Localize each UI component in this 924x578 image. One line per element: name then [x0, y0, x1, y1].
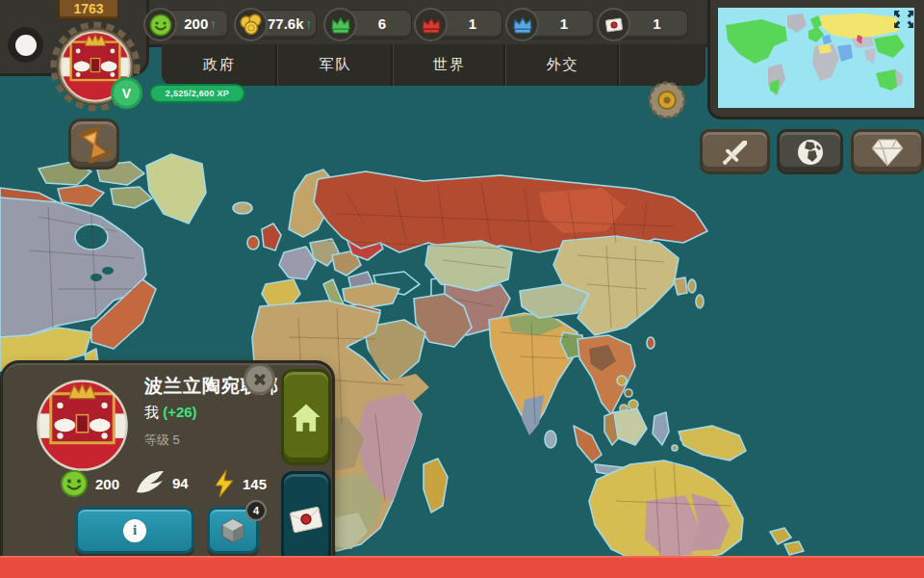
alert-bar — [0, 556, 924, 578]
tab-government[interactable]: 政府 — [162, 44, 278, 86]
home-button[interactable] — [281, 369, 331, 465]
info-icon: i — [123, 519, 146, 542]
year-banner: 1763 — [58, 0, 119, 20]
xp-progress-pill: 2,525/2,600 XP — [149, 84, 245, 103]
stat-energy: 145 — [213, 469, 267, 498]
country-level: 等级 5 — [144, 432, 180, 449]
resource-crown-green[interactable]: 6 — [323, 8, 412, 41]
tab-army[interactable]: 军队 — [278, 44, 394, 86]
resource-value: 6 — [378, 15, 386, 32]
minimap-canvas — [718, 8, 914, 108]
smiley-icon — [60, 469, 89, 498]
stat-value: 94 — [172, 475, 189, 491]
minimap-expand-icon[interactable] — [893, 10, 914, 29]
trend-up-icon: ↑ — [306, 16, 313, 31]
resource-crown-blue[interactable]: 1 — [505, 8, 594, 41]
country-flag — [36, 379, 129, 472]
avatar-icon — [15, 35, 37, 56]
home-icon — [289, 401, 323, 434]
year-label: 1763 — [73, 1, 103, 16]
hexagon-icon — [218, 516, 247, 545]
resource-value: 1 — [560, 15, 568, 32]
close-icon[interactable] — [244, 363, 275, 395]
sword-icon — [719, 136, 752, 169]
tab-world[interactable]: 世界 — [394, 44, 506, 86]
war-button[interactable] — [700, 129, 770, 174]
hourglass-icon — [74, 123, 114, 165]
province-count-badge: 4 — [245, 500, 267, 521]
coins-icon — [234, 8, 268, 41]
history-time-button[interactable] — [68, 118, 119, 170]
tab-diplomacy[interactable]: 外交 — [506, 44, 620, 86]
mail-button[interactable] — [281, 471, 331, 567]
premium-button[interactable] — [851, 129, 924, 174]
owner-bonus: (+26) — [163, 404, 196, 420]
resource-value: 200 — [184, 15, 208, 32]
resource-value: 77.6k — [268, 15, 304, 32]
wing-icon — [135, 469, 166, 496]
trend-up-icon: ↑ — [210, 16, 217, 31]
diamond-icon — [870, 137, 905, 168]
stat-wing: 94 — [135, 469, 189, 496]
envelope-seal-icon — [288, 503, 324, 536]
lightning-icon — [213, 469, 236, 498]
level-badge: V — [111, 77, 142, 109]
resource-gold[interactable]: 77.6k↑ — [234, 8, 317, 41]
crown-red-icon — [414, 8, 448, 41]
globe-icon — [796, 138, 825, 167]
crown-blue-icon — [505, 8, 539, 41]
country-owner: 我 (+26) — [144, 404, 197, 422]
owner-label: 我 — [144, 404, 159, 420]
stat-happiness: 200 — [60, 469, 119, 498]
resource-value: 1 — [653, 15, 660, 32]
letter-icon — [597, 8, 630, 41]
info-button[interactable]: i — [75, 507, 194, 554]
resource-value: 1 — [469, 15, 476, 32]
stat-value: 200 — [95, 476, 119, 492]
game-screen: 1763 V 2,525/2,600 XP 200↑ 77.6k↑ 6 1 — [0, 0, 924, 578]
minimap[interactable] — [707, 0, 924, 119]
resource-happiness[interactable]: 200↑ — [143, 8, 228, 41]
tab-spacer — [620, 44, 706, 86]
coin-button[interactable] — [647, 81, 687, 119]
stat-value: 145 — [243, 476, 267, 492]
tab-row: 政府 军队 世界 外交 — [162, 44, 706, 86]
resource-messages[interactable]: 1 — [597, 8, 688, 41]
smiley-icon — [143, 8, 177, 41]
player-avatar-button[interactable] — [8, 27, 43, 63]
crown-green-icon — [323, 8, 357, 41]
resource-crown-red[interactable]: 1 — [414, 8, 502, 41]
world-view-button[interactable] — [777, 129, 843, 174]
